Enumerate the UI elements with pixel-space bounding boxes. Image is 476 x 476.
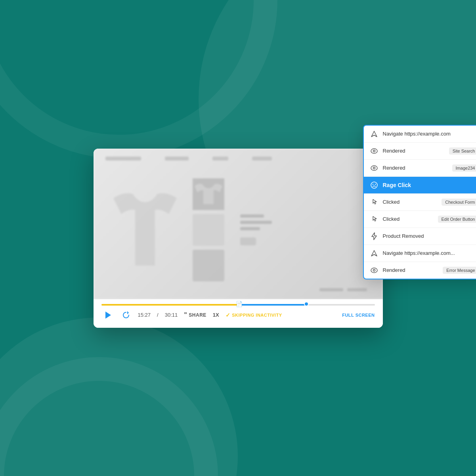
event-label-navigate-1: Navigate https://example.com [383, 131, 476, 137]
speed-label: 1X [213, 312, 219, 318]
tshirt-thumbnails [193, 178, 224, 281]
skip-label: SKIPPING INACTIVITY [232, 313, 282, 317]
event-item-product-removed[interactable]: Product Removed [364, 228, 476, 245]
event-tag-error-message: Error Message [443, 267, 476, 274]
navigate-icon-2 [370, 249, 378, 257]
event-tag-image234: Image234 [452, 164, 476, 172]
svg-point-4 [373, 150, 375, 152]
controls-bar: 📄 15:27 / 30:11 " SHARE [94, 299, 383, 328]
controls-row: 15:27 / 30:11 " SHARE 1X ✓ SKIPPING INAC… [101, 309, 375, 321]
event-panel: Navigate https://example.com Rendered Si… [363, 125, 476, 279]
event-item-clicked-checkout[interactable]: Clicked Checkout Form [364, 194, 476, 211]
blur-line-2 [240, 221, 272, 224]
thumb-3 [193, 250, 224, 281]
fullscreen-label: FULL SCREEN [342, 313, 375, 317]
event-item-rage-click[interactable]: Rage Click [364, 177, 476, 194]
event-label-rendered-2: Rendered [383, 165, 447, 171]
thumb-1 [193, 178, 224, 210]
blur-text-2 [165, 157, 189, 161]
event-label-rendered-3: Rendered [383, 267, 438, 273]
eye-icon-3 [370, 266, 378, 274]
event-label-rendered-1: Rendered [383, 148, 444, 154]
timeline-playhead [304, 302, 309, 306]
svg-point-3 [371, 149, 377, 153]
svg-point-10 [371, 268, 377, 273]
time-display: 15:27 [138, 312, 151, 318]
video-content [94, 149, 383, 299]
svg-marker-1 [105, 312, 111, 319]
bottom-blur [319, 288, 367, 291]
event-item-rendered-site-search[interactable]: Rendered Site Search [364, 143, 476, 160]
replay-button[interactable] [120, 310, 132, 321]
share-button[interactable]: " SHARE [184, 312, 206, 319]
check-icon: ✓ [226, 312, 231, 318]
svg-point-9 [375, 184, 375, 184]
thumb-2 [193, 214, 224, 246]
eye-icon-1 [370, 147, 378, 155]
timeline-yellow [101, 304, 238, 306]
event-item-rendered-image234[interactable]: Rendered Image234 [364, 160, 476, 177]
skip-button[interactable]: ✓ SKIPPING INACTIVITY [226, 312, 282, 318]
timeline-marker-doc: 📄 [236, 301, 243, 307]
right-panel [240, 214, 272, 245]
svg-point-6 [373, 167, 375, 169]
svg-marker-2 [127, 311, 129, 314]
event-label-clicked-1: Clicked [383, 199, 437, 205]
blur-text-3 [212, 157, 228, 161]
event-label-product-removed: Product Removed [383, 233, 476, 239]
rage-icon [370, 181, 378, 189]
event-item-navigate-1[interactable]: Navigate https://example.com [364, 126, 476, 143]
timeline-area[interactable]: 📄 [101, 299, 375, 309]
player-card: 📄 15:27 / 30:11 " SHARE [94, 149, 383, 328]
blur-line-3 [240, 227, 260, 230]
timeline-blue [238, 304, 307, 306]
navigate-icon [370, 130, 378, 138]
time-total: 30:11 [165, 312, 178, 318]
video-area [94, 149, 383, 299]
blurred-header [105, 157, 272, 161]
blur-b-1 [319, 288, 343, 291]
event-item-clicked-edit-order[interactable]: Clicked Edit Order Button [364, 211, 476, 228]
fullscreen-button[interactable]: FULL SCREEN [342, 313, 375, 317]
event-tag-edit-order: Edit Order Button [438, 216, 476, 223]
tshirt-container [109, 178, 272, 281]
svg-point-11 [373, 269, 375, 271]
event-label-clicked-2: Clicked [383, 216, 433, 222]
eye-icon-2 [370, 164, 378, 172]
svg-point-5 [371, 166, 377, 170]
event-label-rage-click: Rage Click [383, 182, 476, 188]
blur-btn [240, 237, 256, 245]
lightning-icon [370, 232, 378, 240]
blur-text-1 [105, 157, 141, 161]
timeline-track[interactable]: 📄 [101, 304, 375, 306]
event-label-navigate-2: Navigate https://example.com... [383, 250, 476, 256]
click-icon-2 [370, 215, 378, 223]
click-icon-1 [370, 198, 378, 206]
play-button[interactable] [101, 309, 114, 321]
speed-button[interactable]: 1X [213, 312, 219, 318]
blur-b-2 [347, 288, 367, 291]
time-separator: / [157, 312, 159, 318]
share-label: SHARE [189, 312, 206, 318]
svg-point-7 [371, 182, 377, 188]
event-tag-site-search: Site Search [449, 147, 476, 155]
tshirt-main-image [109, 186, 181, 273]
blur-text-4 [252, 157, 272, 161]
event-item-rendered-error[interactable]: Rendered Error Message [364, 262, 476, 279]
svg-point-8 [372, 184, 373, 184]
blur-line-1 [240, 214, 264, 218]
quote-icon: " [184, 312, 187, 319]
event-tag-checkout: Checkout Form [442, 199, 476, 206]
event-item-navigate-2[interactable]: Navigate https://example.com... [364, 245, 476, 262]
